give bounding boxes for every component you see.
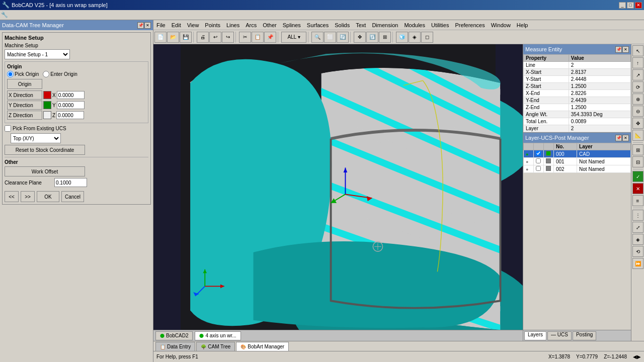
scroll-icon-btn[interactable]: ⋮ [632,210,643,221]
list-icon-btn[interactable]: ≡ [632,195,643,206]
save-button[interactable]: 💾 [180,32,192,43]
layer-checkbox-0[interactable] [536,151,541,156]
measure-entity-close[interactable]: ✕ [622,46,629,53]
view-3d[interactable]: 🧊 [396,32,408,43]
clearance-plane-input[interactable] [54,178,87,187]
check-green-icon-btn[interactable]: ✓ [632,171,643,182]
fast-forward-icon-btn[interactable]: ⏩ [632,258,643,269]
menu-item-window[interactable]: Window [488,22,514,29]
layer-ucs-pin[interactable]: 📌 [615,135,622,141]
paste-button[interactable]: 📌 [264,32,276,43]
x-input[interactable] [57,91,85,99]
menu-item-other[interactable]: Other [260,22,280,29]
open-button[interactable]: 📂 [167,32,179,43]
x-direction-button[interactable]: X Direction [7,90,42,100]
enter-origin-radio[interactable] [43,71,49,77]
x-red-icon-btn[interactable]: ✕ [632,183,643,194]
posting-tab[interactable]: Posting [573,331,596,340]
machine-setup-select[interactable]: Machine Setup - 1 Machine Setup - 2 [5,49,70,59]
menu-item-edit[interactable]: Edit [169,22,184,29]
menu-item-surfaces[interactable]: Surfaces [304,22,332,29]
maximize-button[interactable]: □ [627,2,634,9]
y-direction-button[interactable]: Y Direction [7,101,42,110]
pan-icon-btn[interactable]: ✥ [632,118,643,129]
layer-table-row[interactable]: ●002Not Named [524,165,631,173]
menu-item-help[interactable]: Help [514,22,531,29]
menu-item-points[interactable]: Points [202,22,223,29]
pan-toolbar[interactable]: ✥ [354,32,366,43]
menu-item-dimension[interactable]: Dimension [369,22,401,29]
zoom-in-icon-btn[interactable]: ⊕ [632,94,643,105]
all-dropdown[interactable]: ALL ▾ [281,32,306,43]
y-direction-color[interactable] [43,101,51,109]
next-button[interactable]: >> [21,191,35,202]
viewport-tab-bobcad2[interactable]: ⬤ BobCAD2 [155,331,193,340]
rotate-toolbar[interactable]: 🔃 [366,32,378,43]
enter-origin-radio-item[interactable]: Enter Origin [43,71,77,77]
layer-checkbox-1[interactable] [536,158,541,163]
prev-button[interactable]: << [5,191,19,202]
snap-grid[interactable]: ⊞ [379,32,391,43]
pick-origin-radio[interactable] [7,71,14,77]
refresh-button[interactable]: 🔄 [337,32,349,43]
print-button[interactable]: 🖨 [197,32,209,43]
zoom-window[interactable]: ⬜ [324,32,336,43]
undo-button[interactable]: ↩ [209,32,221,43]
z-direction-color[interactable] [43,111,51,119]
bobart-manager-tab[interactable]: 🎨 BobArt Manager [236,342,289,351]
origin-button[interactable]: Origin [7,79,42,89]
redo-button[interactable]: ↪ [222,32,234,43]
zoom-in-toolbar[interactable]: 🔍 [311,32,324,43]
layers-tab[interactable]: Layers [524,331,546,340]
menu-item-file[interactable]: File [153,22,169,29]
layer-ucs-close[interactable]: ✕ [622,135,629,141]
z-direction-button[interactable]: Z Direction [7,111,42,120]
ucs-select[interactable]: Top (X/Y) [11,133,61,143]
new-button[interactable]: 📄 [154,32,167,43]
work-offset-button[interactable]: Work Offset [5,166,85,176]
rotate-icon-btn[interactable]: ⟳ [632,81,643,93]
layer-check-cell[interactable] [534,150,544,158]
grid-icon-btn[interactable]: ⊞ [632,144,643,155]
menu-item-lines[interactable]: Lines [223,22,243,29]
data-entry-tab[interactable]: 📋 Data Entry [155,342,195,351]
cancel-button[interactable]: Cancel [61,191,84,202]
arrow-up-icon-btn[interactable]: ↑ [632,57,643,68]
ok-button[interactable]: OK [37,191,59,202]
measure-entity-pin[interactable]: 📌 [615,46,622,53]
layer-check-cell[interactable] [534,158,544,165]
menu-item-utilities[interactable]: Utilities [428,22,452,29]
layer-table-row[interactable]: ●001Not Named [524,158,631,165]
diagonal-icon-btn[interactable]: ↗ [632,69,643,80]
3d-view-icon-btn[interactable]: ◈ [632,234,643,245]
y-input[interactable] [57,101,85,109]
zoom-fit-icon-btn[interactable]: ⤢ [632,222,643,233]
cam-tree-tab[interactable]: 🌳 CAM Tree [196,342,235,351]
zoom-out-icon-btn[interactable]: ⊖ [632,106,643,117]
cut-button[interactable]: ✂ [239,32,251,43]
dynamic-rotate-icon-btn[interactable]: ⟲ [632,246,643,257]
minimize-button[interactable]: _ [619,2,626,9]
pick-ucs-checkbox[interactable] [5,125,11,132]
menu-item-modules[interactable]: Modules [401,22,428,29]
snap-icon-btn[interactable]: ⊟ [632,156,643,167]
cursor-icon-btn[interactable]: ↖ [632,45,643,56]
reset-coordinate-button[interactable]: Reset to Stock Coordinate [5,145,85,155]
measure-icon-btn[interactable]: 📐 [632,130,643,141]
pick-origin-radio-item[interactable]: Pick Origin [7,71,39,77]
menu-item-preferences[interactable]: Preferences [452,22,488,29]
menu-item-view[interactable]: View [184,22,202,29]
z-input[interactable] [56,111,84,119]
center-viewport[interactable] [153,44,523,330]
wireframe[interactable]: ◻ [421,32,433,43]
left-panel-close-button[interactable]: ✕ [144,22,151,29]
left-panel-pin-button[interactable]: 📌 [137,22,144,29]
layer-table-row[interactable]: ●000CAD [524,150,631,158]
menu-item-solids[interactable]: Solids [332,22,353,29]
menu-item-arcs[interactable]: Arcs [243,22,260,29]
menu-item-splines[interactable]: Splines [280,22,304,29]
close-button[interactable]: ✕ [635,2,642,9]
x-direction-color[interactable] [43,91,51,99]
layer-check-cell[interactable] [534,165,544,173]
copy-button[interactable]: 📋 [252,32,264,43]
